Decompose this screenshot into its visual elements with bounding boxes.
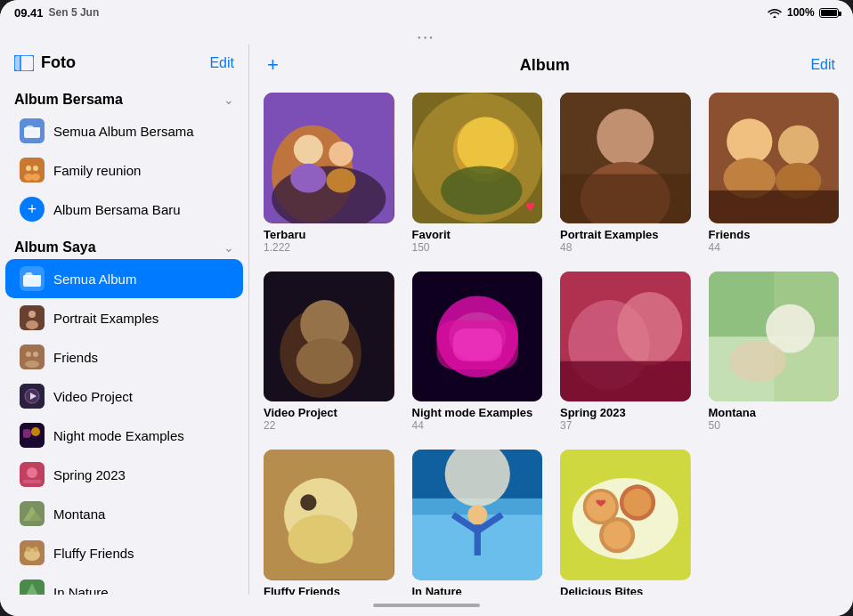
portrait-examples-thumbnail	[560, 93, 691, 223]
svg-point-45	[290, 164, 326, 193]
favorit-heart-icon: ♥	[525, 198, 535, 216]
album-card-friends[interactable]: Friends44	[709, 93, 840, 254]
svg-point-47	[327, 168, 356, 192]
sidebar-item-family-reunion[interactable]: Family reunion	[5, 150, 243, 190]
svg-point-59	[727, 118, 772, 164]
terbaru-count: 1.222	[264, 241, 394, 254]
sidebar-header: Foto Edit	[0, 45, 248, 81]
album-saya-chevron[interactable]: ⌄	[223, 240, 234, 255]
sidebar-item-friends[interactable]: Friends	[5, 337, 243, 377]
friends-sidebar-thumb	[20, 344, 45, 369]
in-nature-label: In Nature	[53, 585, 109, 596]
terbaru-name: Terbaru	[264, 228, 394, 241]
svg-point-17	[33, 352, 38, 357]
album-card-spring-2023[interactable]: Spring 202337	[560, 272, 691, 433]
spring-2023-label: Spring 2023	[53, 467, 126, 482]
album-bersama-section-header: Album Bersama ⌄	[0, 81, 248, 111]
wifi-icon	[768, 7, 782, 18]
delicious-bites-thumbnail	[560, 450, 691, 580]
album-card-favorit[interactable]: ♥Favorit150	[412, 93, 543, 254]
sidebar-toggle-icon[interactable]	[14, 55, 34, 71]
sidebar-item-montana[interactable]: Montana	[5, 494, 243, 533]
sidebar-item-semua-album-bersama[interactable]: Semua Album Bersama	[5, 111, 243, 150]
svg-point-16	[26, 352, 31, 357]
family-reunion-thumb	[20, 158, 45, 182]
svg-point-82	[728, 340, 785, 381]
video-project-sidebar-thumb	[20, 384, 45, 409]
night-mode-examples-thumbnail	[412, 272, 543, 402]
album-card-in-nature[interactable]: In Nature53	[412, 450, 543, 595]
night-mode-examples-name: Night mode Examples	[412, 406, 543, 419]
album-bersama-chevron[interactable]: ⌄	[223, 93, 234, 107]
friends-name: Friends	[709, 228, 840, 241]
montana-count: 50	[709, 419, 840, 432]
svg-point-25	[27, 467, 37, 478]
svg-rect-68	[264, 272, 394, 402]
video-project-label: Video Project	[53, 389, 133, 404]
album-card-video-project[interactable]: Video Project22	[264, 272, 394, 433]
night-mode-label: Night mode Examples	[53, 428, 184, 443]
album-bersama-baru-label: Album Bersama Baru	[53, 202, 181, 217]
montana-thumbnail	[709, 272, 840, 402]
status-right: 100%	[768, 6, 839, 19]
portrait-examples-label: Portrait Examples	[53, 311, 158, 326]
portrait-examples-count: 48	[560, 241, 691, 254]
svg-rect-63	[709, 190, 840, 223]
fluffy-friends-label: Fluffy Friends	[53, 546, 134, 561]
svg-rect-73	[452, 328, 501, 361]
sidebar-item-night-mode[interactable]: Night mode Examples	[5, 416, 243, 455]
family-reunion-label: Family reunion	[53, 163, 141, 178]
svg-point-55	[597, 109, 654, 166]
home-indicator	[0, 595, 853, 616]
svg-point-52	[441, 166, 523, 215]
delicious-bites-name: Delicious Bites	[560, 585, 691, 596]
sidebar-item-in-nature[interactable]: In Nature	[5, 572, 243, 595]
sidebar-item-spring-2023[interactable]: Spring 2023	[5, 455, 243, 494]
portrait-examples-sidebar-thumb	[20, 305, 45, 330]
fluffy-friends-name: Fluffy Friends	[264, 585, 394, 596]
sidebar-item-album-bersama-baru[interactable]: + Album Bersama Baru	[5, 190, 243, 229]
svg-rect-77	[560, 361, 691, 401]
semua-album-thumb	[20, 266, 45, 291]
add-album-button[interactable]: +	[267, 53, 279, 77]
time: 09.41	[14, 6, 44, 20]
sidebar-item-portrait-examples[interactable]: Portrait Examples	[5, 298, 243, 337]
album-grid: Terbaru1.222 ♥Favorit150 Portrait Exampl…	[249, 85, 853, 595]
friends-thumbnail	[709, 93, 840, 223]
main-edit-button[interactable]: Edit	[810, 57, 835, 73]
album-card-night-mode-examples[interactable]: Night mode Examples44	[412, 272, 543, 433]
album-card-fluffy-friends[interactable]: Fluffy Friends8	[264, 450, 394, 595]
album-saya-title: Album Saya	[14, 239, 96, 255]
album-card-delicious-bites[interactable]: Delicious Bites10	[560, 450, 691, 595]
album-card-portrait-examples[interactable]: Portrait Examples48	[560, 93, 691, 254]
album-card-terbaru[interactable]: Terbaru1.222	[264, 93, 394, 254]
svg-point-44	[294, 135, 323, 165]
video-project-thumbnail	[264, 272, 394, 402]
home-bar	[373, 604, 480, 607]
album-card-montana[interactable]: Montana50	[709, 272, 840, 433]
favorit-name: Favorit	[412, 228, 543, 241]
svg-point-23	[31, 427, 40, 436]
video-project-name: Video Project	[264, 406, 394, 419]
svg-point-86	[288, 515, 353, 563]
sidebar-item-fluffy-friends[interactable]: Fluffy Friends	[5, 533, 243, 572]
montana-name: Montana	[709, 406, 840, 419]
sidebar-edit-button[interactable]: Edit	[209, 55, 234, 71]
friends-count: 44	[709, 241, 840, 254]
svg-point-13	[28, 311, 36, 318]
fluffy-friends-sidebar-thumb	[20, 540, 45, 565]
semua-album-bersama-thumb	[20, 118, 45, 143]
spring-2023-thumbnail	[560, 272, 691, 402]
sidebar-item-video-project[interactable]: Video Project	[5, 377, 243, 416]
svg-rect-57	[560, 174, 691, 223]
portrait-examples-name: Portrait Examples	[560, 228, 691, 241]
sidebar-item-semua-album[interactable]: Semua Album	[5, 259, 243, 298]
fluffy-friends-thumbnail	[264, 450, 394, 580]
svg-point-61	[777, 126, 818, 166]
spring-2023-count: 37	[560, 419, 691, 432]
svg-point-103	[604, 522, 631, 549]
svg-point-46	[329, 142, 353, 166]
favorit-thumbnail: ♥	[412, 93, 543, 223]
svg-point-33	[33, 547, 38, 552]
svg-point-7	[33, 166, 38, 171]
